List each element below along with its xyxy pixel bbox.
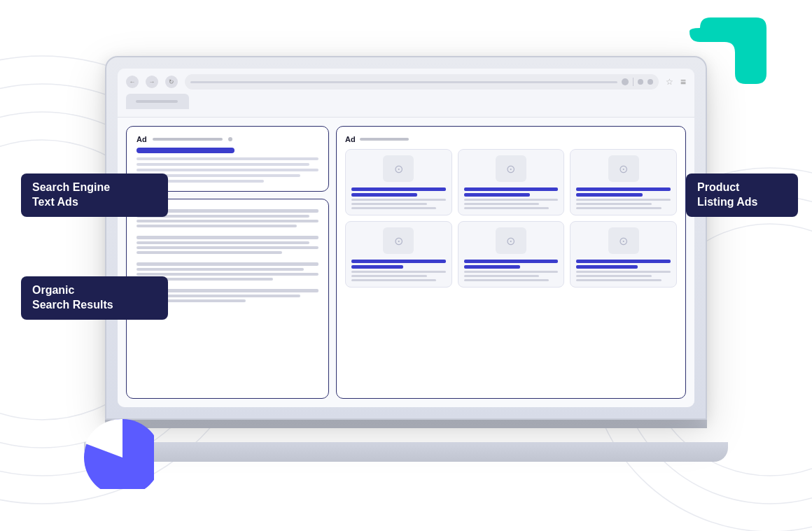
address-bar[interactable] — [185, 74, 659, 90]
laptop-hinge — [105, 418, 707, 428]
product-listing-card: Ad ⊙ — [336, 126, 686, 399]
browser-content: Ad — [118, 118, 694, 407]
pla-lines-6 — [576, 260, 671, 281]
ad-title-line — [153, 138, 223, 141]
camera-icon-1: ⊙ — [394, 162, 403, 176]
camera-icon-4: ⊙ — [394, 234, 403, 248]
pla-grid: ⊙ — [345, 149, 677, 288]
pla-image-1: ⊙ — [383, 155, 414, 182]
pla-lines-2 — [464, 187, 559, 209]
pla-ad-line — [360, 138, 409, 141]
clear-icon — [622, 78, 629, 85]
browser-chrome: ← → ↻ ☆ ≡ — [118, 69, 694, 118]
organic-search-results-label: Organic Search Results — [21, 276, 168, 320]
pla-item-5: ⊙ — [458, 221, 565, 288]
product-listing-ads-label: Product Listing Ads — [686, 174, 798, 217]
pla-lines-4 — [351, 260, 446, 281]
pla-item-2: ⊙ — [458, 149, 565, 215]
reload-icon: ↻ — [165, 76, 178, 88]
pla-image-5: ⊙ — [496, 227, 526, 254]
ad-line-2 — [136, 163, 309, 166]
ad-line-1 — [136, 157, 318, 160]
pla-lines-5 — [464, 260, 559, 281]
pla-ad-badge: Ad — [345, 135, 356, 143]
ad-badge-text: Ad — [136, 135, 147, 143]
pla-item-6: ⊙ — [570, 221, 677, 288]
back-icon: ← — [126, 76, 139, 88]
pla-image-3: ⊙ — [608, 155, 639, 182]
pla-item-3: ⊙ — [570, 149, 677, 215]
browser-tab[interactable] — [126, 94, 189, 109]
pla-ad-label-row: Ad — [345, 135, 677, 143]
blue-circle-decoration — [70, 405, 154, 489]
laptop-illustration: ← → ↻ ☆ ≡ — [105, 56, 707, 462]
pla-item-1: ⊙ — [345, 149, 452, 215]
menu-icon: ≡ — [680, 76, 686, 87]
tab-label — [136, 100, 178, 103]
forward-icon: → — [146, 76, 158, 88]
pla-image-2: ⊙ — [496, 155, 526, 182]
pla-lines-3 — [576, 187, 671, 209]
ad-blue-title-bar — [136, 148, 234, 153]
search-engine-text-ads-label: Search Engine Text Ads — [21, 174, 168, 217]
pla-item-4: ⊙ — [345, 221, 452, 288]
pla-lines-1 — [351, 187, 446, 209]
laptop-screen: ← → ↻ ☆ ≡ — [118, 69, 694, 407]
laptop-shell: ← → ↻ ☆ ≡ — [105, 56, 707, 420]
ad-line-3 — [136, 169, 318, 171]
organic-result-2 — [136, 236, 318, 254]
camera-icon-5: ⊙ — [506, 234, 515, 248]
mic-icon — [638, 79, 643, 85]
camera-icon-2: ⊙ — [506, 162, 515, 176]
camera-icon-3: ⊙ — [619, 162, 628, 176]
camera-icon-6: ⊙ — [619, 234, 628, 248]
teal-decoration — [686, 14, 770, 98]
bookmark-icon: ☆ — [666, 77, 673, 87]
address-bar-content — [190, 81, 617, 83]
left-column: Ad — [126, 126, 329, 399]
pla-image-6: ⊙ — [608, 227, 639, 254]
search-icon — [648, 79, 653, 85]
laptop-base — [84, 442, 728, 462]
pla-image-4: ⊙ — [383, 227, 414, 254]
